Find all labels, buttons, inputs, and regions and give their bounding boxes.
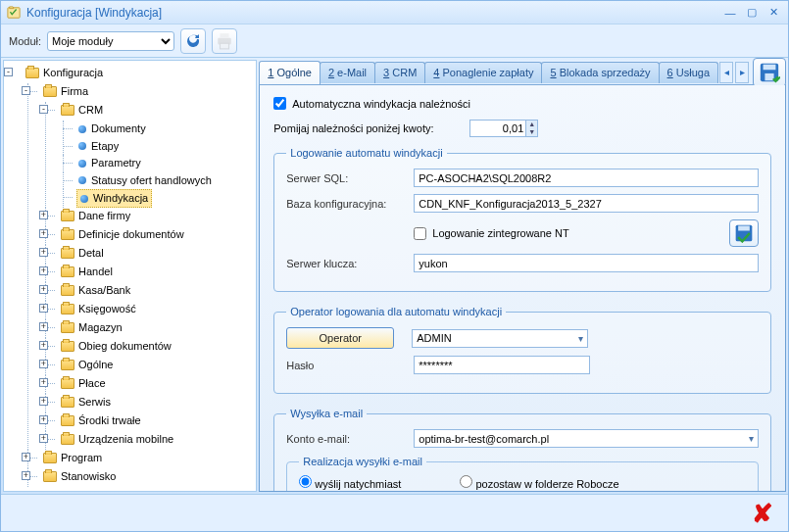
node-program[interactable]: Program bbox=[41, 450, 104, 466]
svg-rect-2 bbox=[221, 33, 229, 38]
node-ogolne[interactable]: Ogólne bbox=[59, 357, 115, 373]
tab-ponaglenie[interactable]: 4 Ponaglenie zapłaty bbox=[424, 62, 542, 83]
group-logowanie: Logowanie automatu windykacji Serwer SQL… bbox=[273, 147, 771, 292]
node-firma[interactable]: Firma bbox=[41, 83, 90, 100]
toggle-detal[interactable]: + bbox=[39, 248, 48, 257]
maximize-button[interactable]: ▢ bbox=[743, 6, 761, 20]
test-connection-button[interactable] bbox=[729, 219, 759, 247]
password-label: Hasło bbox=[286, 360, 414, 371]
toggle-handel[interactable]: + bbox=[39, 266, 48, 275]
tab-usluga[interactable]: 6 Usługa bbox=[659, 62, 718, 83]
app-icon bbox=[7, 6, 21, 20]
toggle-ksieg[interactable]: + bbox=[39, 304, 48, 313]
node-stanowisko[interactable]: Stanowisko bbox=[41, 468, 118, 485]
toggle-firma[interactable]: - bbox=[22, 86, 30, 95]
group-email-realizacja: Realizacja wysyłki e-mail wyślij natychm… bbox=[286, 456, 759, 492]
toggle-srodki[interactable]: + bbox=[39, 415, 48, 424]
node-definicje[interactable]: Definicje dokumentów bbox=[59, 226, 186, 243]
save-button[interactable] bbox=[753, 58, 786, 87]
toggle-crm[interactable]: - bbox=[39, 105, 48, 114]
svg-rect-3 bbox=[221, 43, 229, 49]
group-operator: Operator logowania dla automatu windykac… bbox=[273, 306, 771, 394]
node-urzadzenia[interactable]: Urządzenia mobilne bbox=[59, 431, 175, 448]
node-magazyn[interactable]: Magazyn bbox=[59, 319, 124, 336]
refresh-icon[interactable] bbox=[180, 28, 206, 54]
tab-scroll-left[interactable]: ◂ bbox=[719, 62, 733, 83]
window-title: Konfiguracja [Windykacja] bbox=[26, 6, 717, 20]
toggle-dane[interactable]: + bbox=[39, 211, 48, 219]
sql-server-label: Serwer SQL: bbox=[286, 172, 414, 184]
toggle-mag[interactable]: + bbox=[39, 322, 48, 331]
close-icon: ✘ bbox=[752, 501, 773, 526]
email-account-label: Konto e-mail: bbox=[286, 433, 414, 445]
auto-windykacja-checkbox[interactable] bbox=[273, 97, 286, 110]
node-statusy[interactable]: Statusy ofert handlowych bbox=[76, 172, 214, 189]
node-detal[interactable]: Detal bbox=[59, 245, 106, 262]
toggle-root[interactable]: - bbox=[4, 68, 13, 76]
svg-rect-5 bbox=[764, 64, 776, 70]
titlebar: Konfiguracja [Windykacja] — ▢ ✕ bbox=[1, 1, 788, 24]
node-parametry[interactable]: Parametry bbox=[76, 155, 143, 171]
node-ksiegowosc[interactable]: Księgowość bbox=[59, 301, 138, 317]
toggle-kasa[interactable]: + bbox=[39, 285, 48, 294]
svg-rect-8 bbox=[738, 226, 750, 231]
node-etapy[interactable]: Etapy bbox=[76, 138, 121, 155]
node-dane-firmy[interactable]: Dane firmy bbox=[59, 208, 132, 224]
toggle-stan[interactable]: + bbox=[22, 471, 30, 480]
node-windykacja[interactable]: Windykacja bbox=[76, 189, 152, 208]
tab-content: Automatyczna windykacja należności Pomij… bbox=[259, 85, 786, 492]
radio-leave-draft[interactable]: pozostaw w folderze Robocze bbox=[460, 475, 618, 490]
group-email: Wysyłka e-mail Konto e-mail: optima-br-t… bbox=[273, 408, 771, 492]
window: Konfiguracja [Windykacja] — ▢ ✕ Moduł: M… bbox=[0, 0, 789, 532]
spin-down[interactable]: ▼ bbox=[525, 128, 537, 136]
node-handel[interactable]: Handel bbox=[59, 264, 115, 280]
db-label: Baza konfiguracyjna: bbox=[286, 198, 414, 210]
node-serwis[interactable]: Serwis bbox=[59, 394, 113, 411]
node-konfiguracja[interactable]: Konfiguracja bbox=[24, 65, 105, 81]
toggle-place[interactable]: + bbox=[39, 378, 48, 387]
node-crm[interactable]: CRM bbox=[59, 102, 105, 119]
key-server-input[interactable]: yukon bbox=[414, 254, 759, 272]
close-button[interactable]: ✕ bbox=[764, 6, 782, 20]
operator-select[interactable]: ADMIN bbox=[412, 329, 588, 348]
nt-login-checkbox[interactable] bbox=[414, 227, 426, 240]
nt-login-label: Logowanie zintegrowane NT bbox=[432, 227, 568, 239]
tab-blokada[interactable]: 5 Blokada sprzedaży bbox=[541, 62, 659, 83]
spin-up[interactable]: ▲ bbox=[525, 121, 537, 128]
key-server-label: Serwer klucza: bbox=[286, 258, 414, 269]
group-logowanie-legend: Logowanie automatu windykacji bbox=[286, 147, 446, 159]
print-icon bbox=[212, 28, 237, 54]
toggle-serwis[interactable]: + bbox=[39, 397, 48, 406]
cancel-button[interactable]: ✘ bbox=[747, 499, 778, 528]
toggle-ogol[interactable]: + bbox=[39, 360, 48, 368]
toggle-obieg[interactable]: + bbox=[39, 341, 48, 350]
tab-ogolne[interactable]: 1 Ogólne bbox=[259, 61, 321, 84]
config-tree[interactable]: - Konfiguracja - Firma - CRM Do bbox=[3, 60, 257, 492]
node-kasa[interactable]: Kasa/Bank bbox=[59, 282, 132, 299]
toggle-defdok[interactable]: + bbox=[39, 229, 48, 238]
group-email-realizacja-legend: Realizacja wysyłki e-mail bbox=[299, 456, 426, 467]
email-account-select[interactable]: optima-br-test@comarch.pl bbox=[414, 429, 759, 448]
tab-scroll-right[interactable]: ▸ bbox=[735, 62, 749, 83]
module-toolbar: Moduł: Moje moduły bbox=[1, 24, 788, 58]
password-input[interactable]: ******** bbox=[414, 356, 590, 374]
toggle-urz[interactable]: + bbox=[39, 434, 48, 443]
toggle-program[interactable]: + bbox=[22, 453, 30, 461]
skip-amount-label: Pomijaj należności poniżej kwoty: bbox=[273, 122, 469, 134]
operator-button[interactable]: Operator bbox=[286, 327, 394, 349]
minimize-button[interactable]: — bbox=[721, 6, 739, 20]
footer: ✘ bbox=[1, 494, 788, 531]
group-operator-legend: Operator logowania dla automatu windykac… bbox=[286, 306, 506, 317]
module-label: Moduł: bbox=[9, 35, 41, 47]
node-srodki[interactable]: Środki trwałe bbox=[59, 412, 143, 429]
db-input[interactable]: CDN_KNF_Konfiguracja2013_5_2327 bbox=[414, 194, 759, 213]
radio-send-now[interactable]: wyślij natychmiast bbox=[299, 475, 401, 490]
tab-crm[interactable]: 3 CRM bbox=[374, 62, 425, 83]
module-select[interactable]: Moje moduły bbox=[47, 31, 174, 51]
right-pane: 1 Ogólne 2 e-Mail 3 CRM 4 Ponaglenie zap… bbox=[259, 60, 786, 492]
node-dokumenty[interactable]: Dokumenty bbox=[76, 121, 148, 137]
node-place[interactable]: Płace bbox=[59, 375, 108, 392]
node-obieg[interactable]: Obieg dokumentów bbox=[59, 338, 173, 355]
tab-email[interactable]: 2 e-Mail bbox=[320, 62, 375, 83]
sql-server-input[interactable]: PC-ASOCHA2\SQL2008R2 bbox=[414, 169, 759, 187]
